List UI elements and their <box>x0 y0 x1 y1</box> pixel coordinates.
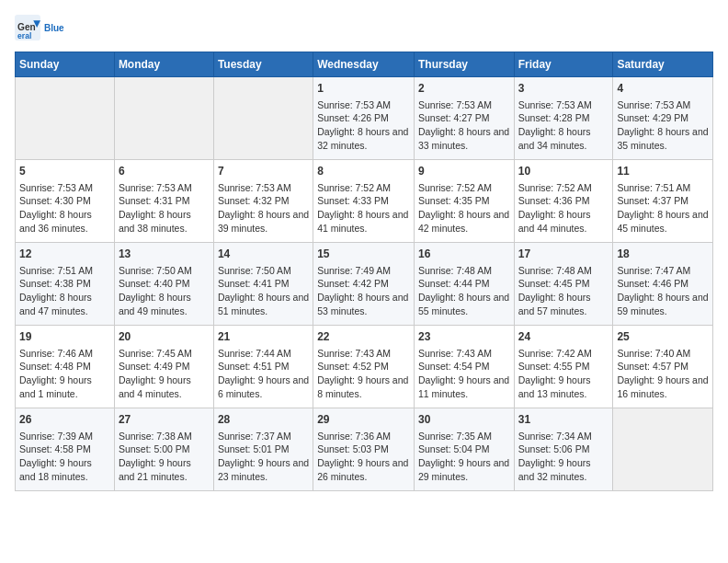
sunrise-label: Sunrise: 7:53 AM <box>19 182 93 193</box>
sunset-label: Sunset: 4:41 PM <box>218 278 290 289</box>
day-number: 13 <box>119 247 210 262</box>
day-number: 28 <box>218 412 309 428</box>
day-cell: 22Sunrise: 7:43 AMSunset: 4:52 PMDayligh… <box>313 326 415 408</box>
day-cell: 28Sunrise: 7:37 AMSunset: 5:01 PMDayligh… <box>213 408 313 491</box>
sunrise-label: Sunrise: 7:53 AM <box>317 99 391 110</box>
day-number: 25 <box>617 329 709 345</box>
sunrise-label: Sunrise: 7:52 AM <box>317 182 391 193</box>
day-cell <box>114 77 213 160</box>
header-sunday: Sunday <box>16 52 115 77</box>
day-cell: 11Sunrise: 7:51 AMSunset: 4:37 PMDayligh… <box>613 160 713 243</box>
sunrise-label: Sunrise: 7:51 AM <box>617 182 690 193</box>
daylight-label: Daylight: 8 hours and 39 minutes. <box>218 209 309 234</box>
day-cell <box>613 408 713 491</box>
day-cell: 9Sunrise: 7:52 AMSunset: 4:35 PMDaylight… <box>414 160 514 243</box>
day-number: 8 <box>317 164 410 179</box>
calendar-header-row: SundayMondayTuesdayWednesdayThursdayFrid… <box>16 52 713 77</box>
sunrise-label: Sunrise: 7:46 AM <box>19 348 93 359</box>
day-number: 4 <box>617 81 709 97</box>
sunset-label: Sunset: 5:04 PM <box>418 443 490 454</box>
logo-icon: Gen eral <box>15 15 40 40</box>
day-number: 5 <box>19 164 110 179</box>
daylight-label: Daylight: 9 hours and 13 minutes. <box>518 374 591 399</box>
daylight-label: Daylight: 8 hours and 47 minutes. <box>19 292 92 316</box>
daylight-label: Daylight: 8 hours and 55 minutes. <box>418 292 509 316</box>
week-row-1: 1Sunrise: 7:53 AMSunset: 4:26 PMDaylight… <box>16 77 713 160</box>
daylight-label: Daylight: 8 hours and 34 minutes. <box>518 126 591 151</box>
daylight-label: Daylight: 9 hours and 1 minute. <box>19 374 92 399</box>
sunrise-label: Sunrise: 7:53 AM <box>119 182 192 193</box>
day-cell <box>213 77 313 160</box>
day-cell: 8Sunrise: 7:52 AMSunset: 4:33 PMDaylight… <box>313 160 415 243</box>
day-cell: 16Sunrise: 7:48 AMSunset: 4:44 PMDayligh… <box>414 243 514 326</box>
sunrise-label: Sunrise: 7:37 AM <box>218 431 291 442</box>
day-cell: 4Sunrise: 7:53 AMSunset: 4:29 PMDaylight… <box>613 77 713 160</box>
sunrise-label: Sunrise: 7:43 AM <box>418 348 492 359</box>
sunset-label: Sunset: 4:49 PM <box>119 361 190 372</box>
daylight-label: Daylight: 9 hours and 29 minutes. <box>418 457 509 482</box>
day-number: 20 <box>119 329 210 345</box>
day-cell: 14Sunrise: 7:50 AMSunset: 4:41 PMDayligh… <box>213 243 313 326</box>
sunrise-label: Sunrise: 7:35 AM <box>418 431 492 442</box>
sunrise-label: Sunrise: 7:53 AM <box>218 182 291 193</box>
day-cell: 5Sunrise: 7:53 AMSunset: 4:30 PMDaylight… <box>16 160 115 243</box>
sunrise-label: Sunrise: 7:47 AM <box>617 265 690 276</box>
sunset-label: Sunset: 4:36 PM <box>518 195 590 206</box>
daylight-label: Daylight: 8 hours and 36 minutes. <box>19 209 92 234</box>
sunrise-label: Sunrise: 7:49 AM <box>317 265 391 276</box>
day-number: 9 <box>418 164 510 179</box>
day-number: 17 <box>518 247 609 262</box>
day-cell: 17Sunrise: 7:48 AMSunset: 4:45 PMDayligh… <box>514 243 613 326</box>
week-row-2: 5Sunrise: 7:53 AMSunset: 4:30 PMDaylight… <box>16 160 713 243</box>
daylight-label: Daylight: 9 hours and 16 minutes. <box>617 374 708 399</box>
header-saturday: Saturday <box>613 52 713 77</box>
daylight-label: Daylight: 8 hours and 35 minutes. <box>617 126 708 151</box>
sunrise-label: Sunrise: 7:45 AM <box>119 348 192 359</box>
sunset-label: Sunset: 4:33 PM <box>317 195 389 206</box>
daylight-label: Daylight: 8 hours and 53 minutes. <box>317 292 408 316</box>
header-monday: Monday <box>114 52 213 77</box>
sunset-label: Sunset: 4:57 PM <box>617 361 688 372</box>
sunset-label: Sunset: 5:01 PM <box>218 443 290 454</box>
day-cell: 18Sunrise: 7:47 AMSunset: 4:46 PMDayligh… <box>613 243 713 326</box>
day-number: 18 <box>617 247 709 262</box>
week-row-3: 12Sunrise: 7:51 AMSunset: 4:38 PMDayligh… <box>16 243 713 326</box>
week-row-5: 26Sunrise: 7:39 AMSunset: 4:58 PMDayligh… <box>16 408 713 491</box>
daylight-label: Daylight: 8 hours and 44 minutes. <box>518 209 591 234</box>
daylight-label: Daylight: 9 hours and 6 minutes. <box>218 374 309 399</box>
day-cell: 23Sunrise: 7:43 AMSunset: 4:54 PMDayligh… <box>414 326 514 408</box>
sunset-label: Sunset: 5:03 PM <box>317 443 389 454</box>
day-number: 19 <box>19 329 110 345</box>
daylight-label: Daylight: 8 hours and 41 minutes. <box>317 209 408 234</box>
daylight-label: Daylight: 8 hours and 42 minutes. <box>418 209 509 234</box>
daylight-label: Daylight: 8 hours and 32 minutes. <box>317 126 408 151</box>
daylight-label: Daylight: 9 hours and 32 minutes. <box>518 457 591 482</box>
sunset-label: Sunset: 4:26 PM <box>317 112 389 123</box>
day-number: 22 <box>317 329 410 345</box>
sunrise-label: Sunrise: 7:48 AM <box>518 265 592 276</box>
page-header: Gen eral Blue <box>15 15 713 40</box>
sunrise-label: Sunrise: 7:38 AM <box>119 431 192 442</box>
sunrise-label: Sunrise: 7:52 AM <box>518 182 592 193</box>
day-number: 30 <box>418 412 510 428</box>
day-cell: 20Sunrise: 7:45 AMSunset: 4:49 PMDayligh… <box>114 326 213 408</box>
sunrise-label: Sunrise: 7:50 AM <box>218 265 291 276</box>
sunset-label: Sunset: 4:28 PM <box>518 112 590 123</box>
sunrise-label: Sunrise: 7:53 AM <box>617 99 690 110</box>
day-cell: 24Sunrise: 7:42 AMSunset: 4:55 PMDayligh… <box>514 326 613 408</box>
svg-text:eral: eral <box>17 31 31 40</box>
day-cell: 27Sunrise: 7:38 AMSunset: 5:00 PMDayligh… <box>114 408 213 491</box>
sunset-label: Sunset: 4:42 PM <box>317 278 389 289</box>
daylight-label: Daylight: 8 hours and 57 minutes. <box>518 292 591 316</box>
day-cell: 1Sunrise: 7:53 AMSunset: 4:26 PMDaylight… <box>313 77 415 160</box>
day-cell: 26Sunrise: 7:39 AMSunset: 4:58 PMDayligh… <box>16 408 115 491</box>
day-number: 31 <box>518 412 609 428</box>
day-number: 27 <box>119 412 210 428</box>
sunset-label: Sunset: 4:55 PM <box>518 361 590 372</box>
sunrise-label: Sunrise: 7:39 AM <box>19 431 93 442</box>
day-cell: 21Sunrise: 7:44 AMSunset: 4:51 PMDayligh… <box>213 326 313 408</box>
day-cell: 19Sunrise: 7:46 AMSunset: 4:48 PMDayligh… <box>16 326 115 408</box>
sunrise-label: Sunrise: 7:53 AM <box>418 99 492 110</box>
day-number: 7 <box>218 164 309 179</box>
sunset-label: Sunset: 4:51 PM <box>218 361 290 372</box>
